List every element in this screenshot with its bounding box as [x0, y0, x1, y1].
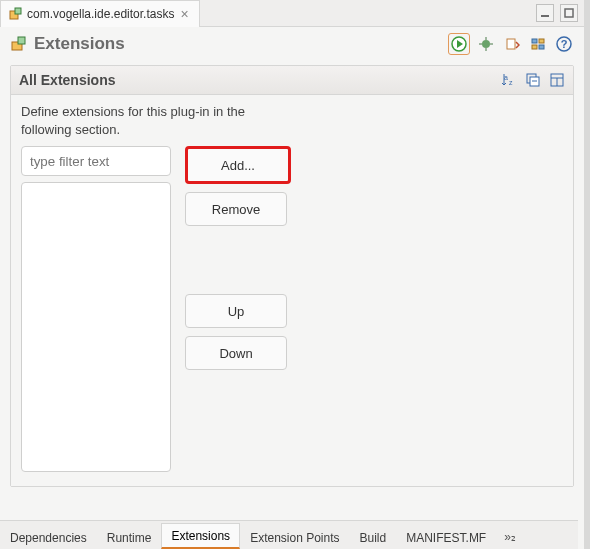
- run-button[interactable]: [448, 33, 470, 55]
- page-title: Extensions: [10, 34, 448, 54]
- add-button[interactable]: Add...: [185, 146, 291, 184]
- collapse-all-icon[interactable]: [525, 72, 541, 88]
- svg-rect-17: [539, 45, 544, 49]
- tab-build[interactable]: Build: [350, 525, 397, 549]
- svg-text:a: a: [504, 74, 508, 81]
- remove-button[interactable]: Remove: [185, 192, 287, 226]
- sort-alpha-icon[interactable]: az: [501, 72, 517, 88]
- editor-tab-label: com.vogella.ide.editor.tasks: [27, 7, 174, 21]
- all-extensions-section: All Extensions az Define extensions for …: [10, 65, 574, 487]
- organize-button[interactable]: [528, 34, 548, 54]
- editor-window: com.vogella.ide.editor.tasks × Extension…: [0, 0, 590, 549]
- section-description: Define extensions for this plug-in in th…: [21, 103, 291, 138]
- down-button[interactable]: Down: [185, 336, 287, 370]
- extensions-tree[interactable]: [21, 182, 171, 472]
- svg-rect-1: [15, 8, 21, 14]
- svg-rect-15: [539, 39, 544, 43]
- svg-point-8: [482, 40, 490, 48]
- form-toolbar: ?: [448, 33, 574, 55]
- toggle-layout-icon[interactable]: [549, 72, 565, 88]
- svg-rect-2: [541, 15, 549, 17]
- export-button[interactable]: [502, 34, 522, 54]
- svg-rect-16: [532, 45, 537, 49]
- plugin-icon: [9, 7, 23, 21]
- svg-text:z: z: [509, 79, 513, 86]
- svg-rect-5: [18, 37, 25, 44]
- debug-button[interactable]: [476, 34, 496, 54]
- tab-runtime[interactable]: Runtime: [97, 525, 162, 549]
- help-button[interactable]: ?: [554, 34, 574, 54]
- editor-bottom-tabs: Dependencies Runtime Extensions Extensio…: [0, 520, 578, 549]
- maximize-icon[interactable]: [560, 4, 578, 22]
- svg-rect-3: [565, 9, 573, 17]
- up-button[interactable]: Up: [185, 294, 287, 328]
- editor-tab[interactable]: com.vogella.ide.editor.tasks ×: [0, 0, 200, 27]
- minimize-icon[interactable]: [536, 4, 554, 22]
- close-icon[interactable]: ×: [178, 6, 190, 22]
- section-title: All Extensions: [19, 72, 501, 88]
- extension-icon: [10, 35, 28, 53]
- filter-input[interactable]: [21, 146, 171, 176]
- tab-dependencies[interactable]: Dependencies: [0, 525, 97, 549]
- tab-manifest[interactable]: MANIFEST.MF: [396, 525, 496, 549]
- section-header: All Extensions az: [11, 66, 573, 95]
- tab-extensions[interactable]: Extensions: [161, 523, 240, 549]
- svg-text:?: ?: [561, 38, 568, 50]
- svg-rect-13: [507, 39, 515, 49]
- tab-extension-points[interactable]: Extension Points: [240, 525, 349, 549]
- form-header: Extensions ?: [0, 27, 584, 65]
- svg-rect-14: [532, 39, 537, 43]
- tabs-overflow[interactable]: »₂: [496, 525, 524, 549]
- editor-tabbar: com.vogella.ide.editor.tasks ×: [0, 0, 584, 27]
